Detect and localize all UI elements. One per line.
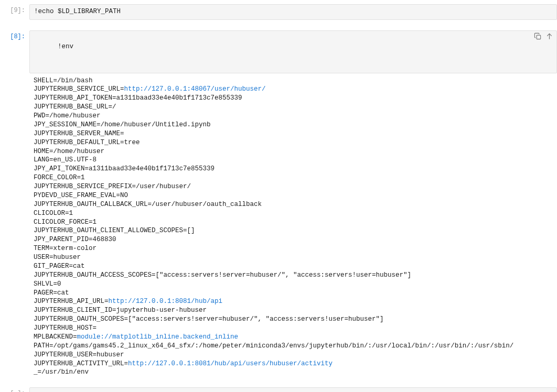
output-line: JUPYTERHUB_OAUTH_ACCESS_SCOPES=["access:… — [34, 271, 553, 280]
output-link[interactable]: http://127.0.0.1:8081/hub/api — [109, 298, 223, 305]
copy-icon[interactable] — [533, 32, 542, 41]
output-line: JUPYTERHUB_API_URL=http://127.0.0.1:8081… — [34, 297, 553, 306]
code-input[interactable]: !echo $LD_LIBRARY_PATH — [29, 4, 557, 20]
output-line: JUPYTERHUB_SERVICE_URL=http://127.0.0.1:… — [34, 85, 553, 94]
output-line: GIT_PAGER=cat — [34, 262, 553, 271]
output-line: CLICOLOR=1 — [34, 209, 553, 218]
output-line: JUPYTERHUB_CLIENT_ID=jupyterhub-user-hub… — [34, 306, 553, 315]
cell-body: !env SHELL=/bin/bashJUPYTERHUB_SERVICE_U… — [29, 30, 557, 377]
output-line: LANG=en_US.UTF-8 — [34, 156, 553, 165]
output-line: CLICOLOR_FORCE=1 — [34, 218, 553, 227]
output-line: TERM=xterm-color — [34, 244, 553, 253]
code-cell[interactable]: [9]: !echo $LD_LIBRARY_PATH — [0, 4, 557, 20]
execution-prompt: [9]: — [0, 4, 29, 20]
output-line: PAGER=cat — [34, 289, 553, 298]
output-line: FORCE_COLOR=1 — [34, 173, 553, 182]
output-line: JUPYTERHUB_HOST= — [34, 324, 553, 333]
output-link[interactable]: http://127.0.0.1:8081/hub/api/users/hubu… — [128, 360, 333, 367]
output-line: SHELL=/bin/bash — [34, 77, 553, 85]
output-line: JPY_API_TOKEN=a1311baad33e4e40b1f1713c7e… — [34, 165, 553, 173]
output-line: JUPYTERHUB_BASE_URL=/ — [34, 103, 553, 112]
output-line: PWD=/home/hubuser — [34, 112, 553, 121]
output-line: JUPYTERHUB_OAUTH_CALLBACK_URL=/user/hubu… — [34, 200, 553, 209]
output-line: JPY_PARENT_PID=468830 — [34, 235, 553, 244]
output-link[interactable]: http://127.0.0.1:48067/user/hubuser/ — [124, 85, 266, 93]
output-line: PATH=/opt/gams/gams45.2_linux_x64_64_sfx… — [34, 342, 553, 351]
code-cell[interactable]: [ ]: — [0, 387, 557, 392]
code-cell[interactable]: [8]: !env SHELL=/bin/bashJUPYTE — [0, 30, 557, 377]
execution-prompt: [ ]: — [0, 387, 29, 392]
output-line: JUPYTERHUB_API_TOKEN=a1311baad33e4e40b1f… — [34, 94, 553, 103]
output-line: JPY_SESSION_NAME=/home/hubuser/Untitled.… — [34, 121, 553, 129]
move-up-icon[interactable] — [545, 32, 553, 41]
output-line: USER=hubuser — [34, 253, 553, 262]
cell-body — [29, 387, 557, 392]
output-line: JUPYTERHUB_DEFAULT_URL=tree — [34, 138, 553, 147]
output-line: PYDEVD_USE_FRAME_EVAL=NO — [34, 191, 553, 200]
cell-body: !echo $LD_LIBRARY_PATH — [29, 4, 557, 20]
output-line: JUPYTERHUB_USER=hubuser — [34, 351, 553, 360]
output-line: SHLVL=0 — [34, 280, 553, 289]
cell-output: SHELL=/bin/bashJUPYTERHUB_SERVICE_URL=ht… — [29, 73, 557, 377]
output-line: MPLBACKEND=module://matplotlib_inline.ba… — [34, 333, 553, 342]
output-line: JUPYTERHUB_ACTIVITY_URL=http://127.0.0.1… — [34, 360, 553, 368]
execution-prompt: [8]: — [0, 30, 29, 377]
output-line: JUPYTERHUB_SERVICE_PREFIX=/user/hubuser/ — [34, 182, 553, 191]
output-line: HOME=/home/hubuser — [34, 147, 553, 156]
code-input[interactable] — [29, 387, 557, 392]
output-line: JUPYTERHUB_SERVER_NAME= — [34, 129, 553, 138]
output-line: _=/usr/bin/env — [34, 368, 553, 377]
code-input[interactable]: !env — [29, 30, 557, 73]
cell-toolbar — [533, 32, 553, 41]
output-link[interactable]: module://matplotlib_inline.backend_inlin… — [77, 333, 239, 341]
svg-rect-0 — [537, 35, 541, 39]
output-line: JUPYTERHUB_OAUTH_SCOPES=["access:servers… — [34, 315, 553, 324]
output-line: JUPYTERHUB_OAUTH_CLIENT_ALLOWED_SCOPES=[… — [34, 226, 553, 235]
